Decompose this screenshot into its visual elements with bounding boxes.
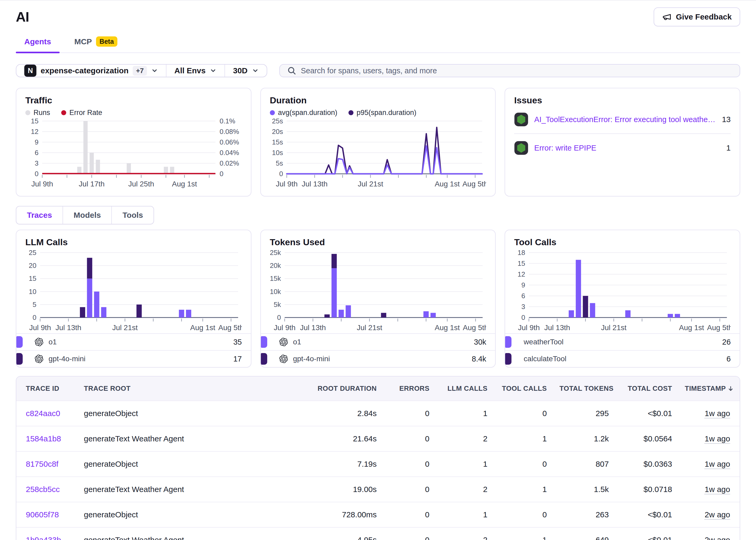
trace-id-link[interactable]: c824aac0 (26, 409, 60, 418)
series-swatch (16, 353, 23, 365)
series-total-row[interactable]: o130k (261, 333, 495, 350)
table-row[interactable]: 258cb5ccgenerateText Weather Agent19.00s… (16, 477, 740, 502)
series-value: 26 (722, 338, 731, 346)
llm-calls-totals: o135gpt-4o-mini17 (25, 333, 242, 367)
tab-traces[interactable]: Traces (16, 206, 63, 224)
svg-text:0: 0 (35, 170, 39, 178)
trace-id-link[interactable]: 81750c8f (26, 460, 58, 468)
trace-root-cell: generateObject (77, 452, 293, 477)
tool-calls-cell: 1 (494, 477, 553, 502)
tokens-used-card: Tokens Used 05k10k15k20k25kJul 9thJul 13… (260, 230, 496, 367)
tool-calls-cell: 1 (494, 426, 553, 452)
svg-text:Aug 1st: Aug 1st (190, 324, 215, 332)
page-title: AI (16, 7, 29, 25)
openai-icon (279, 355, 288, 363)
table-row[interactable]: 1584a1b8generateText Weather Agent21.64s… (16, 426, 740, 452)
col-total-tokens[interactable]: TOTAL TOKENS (553, 376, 615, 401)
svg-text:Jul 17th: Jul 17th (79, 180, 105, 188)
trace-root-cell: generateObject (77, 502, 293, 527)
tokens-used-chart: 05k10k15k20k25kJul 9thJul 13thJul 21stAu… (270, 249, 486, 333)
legend-item-runs[interactable]: Runs (25, 109, 50, 117)
search-icon (287, 66, 296, 75)
traces-table-card: TRACE ID TRACE ROOT ROOT DURATION ERRORS… (16, 376, 740, 540)
series-total-row[interactable]: calculateTool6 (505, 350, 740, 367)
traces-table: TRACE ID TRACE ROOT ROOT DURATION ERRORS… (16, 376, 740, 540)
trace-id-link[interactable]: 90605f78 (26, 510, 59, 519)
col-errors[interactable]: ERRORS (383, 376, 436, 401)
col-tool-calls[interactable]: TOOL CALLS (494, 376, 553, 401)
trace-id-link[interactable]: 1584a1b8 (26, 434, 61, 443)
series-swatch (261, 353, 267, 365)
series-total-row[interactable]: o135 (16, 333, 251, 350)
col-trace-id[interactable]: TRACE ID (16, 376, 77, 401)
tool-calls-card: Tool Calls 0369121518Jul 9thJul 13thJul … (505, 230, 740, 367)
duration-title: Duration (270, 95, 486, 105)
table-row[interactable]: 81750c8fgenerateObject7.19s010807$0.0363… (16, 452, 740, 477)
tab-agents-label: Agents (24, 37, 51, 46)
tool-calls-cell: 0 (494, 401, 553, 426)
duration-card: Duration avg(span.duration) p95(span.dur… (260, 88, 496, 197)
table-row[interactable]: 1b9a433bgenerateText Weather Agent4.95s0… (16, 527, 740, 540)
legend-item-error-rate[interactable]: Error Rate (61, 109, 102, 117)
svg-text:5s: 5s (276, 159, 283, 167)
tab-tools[interactable]: Tools (111, 206, 154, 224)
col-total-cost[interactable]: TOTAL COST (615, 376, 679, 401)
col-timestamp[interactable]: TIMESTAMP (679, 376, 740, 401)
feedback-label: Give Feedback (676, 12, 732, 21)
legend-item-avg-duration[interactable]: avg(span.duration) (270, 109, 337, 117)
trace-root-cell: generateObject (77, 401, 293, 426)
legend-item-p95-duration[interactable]: p95(span.duration) (349, 109, 416, 117)
svg-text:5k: 5k (273, 301, 281, 309)
svg-text:6: 6 (35, 149, 39, 157)
date-range-dropdown[interactable]: 30D (225, 65, 266, 77)
series-swatch (505, 353, 512, 365)
tab-agents[interactable]: Agents (16, 33, 60, 53)
issue-link[interactable]: AI_ToolExecutionError: Error executing t… (534, 115, 716, 124)
errors-cell: 0 (383, 502, 436, 527)
issue-link[interactable]: Error: write EPIPE (534, 144, 720, 152)
svg-text:12: 12 (31, 128, 39, 136)
timestamp: 1w ago (704, 460, 730, 468)
tab-models[interactable]: Models (63, 206, 111, 224)
total-tokens-cell: 649 (553, 527, 615, 540)
series-total-row[interactable]: weatherTool26 (505, 333, 740, 350)
tool-calls-title: Tool Calls (514, 237, 731, 247)
issues-list: AI_ToolExecutionError: Error executing t… (514, 105, 731, 162)
env-filter-dropdown[interactable]: All Envs (166, 65, 225, 77)
date-range-label: 30D (233, 66, 247, 75)
col-root-duration[interactable]: ROOT DURATION (293, 376, 383, 401)
svg-text:25k: 25k (270, 249, 281, 257)
table-header: TRACE ID TRACE ROOT ROOT DURATION ERRORS… (16, 376, 740, 401)
tab-mcp[interactable]: MCP Beta (66, 33, 126, 53)
svg-text:0.1%: 0.1% (220, 118, 235, 125)
root-duration-cell: 2.84s (293, 401, 383, 426)
svg-text:Jul 21st: Jul 21st (112, 324, 138, 332)
project-filter-dropdown[interactable]: N expense-categorization +7 (16, 65, 166, 77)
legend-runs-label: Runs (34, 109, 50, 117)
svg-text:0.02%: 0.02% (220, 159, 239, 167)
duration-chart: 05s10s15s20s25sJul 9thJul 13thJul 21stAu… (270, 118, 486, 189)
give-feedback-button[interactable]: Give Feedback (654, 7, 740, 26)
issues-card: Issues AI_ToolExecutionError: Error exec… (505, 88, 740, 197)
table-row[interactable]: c824aac0generateObject2.84s010295<$0.011… (16, 401, 740, 426)
issue-row[interactable]: Error: write EPIPE1 (514, 133, 731, 162)
series-label: weatherTool (524, 338, 563, 346)
total-tokens-cell: 807 (553, 452, 615, 477)
search-input[interactable] (301, 67, 732, 75)
trace-id-link[interactable]: 258cb5cc (26, 485, 60, 493)
svg-text:0.04%: 0.04% (220, 149, 239, 157)
project-filter-label: expense-categorization (41, 66, 128, 75)
col-trace-root[interactable]: TRACE ROOT (77, 376, 293, 401)
svg-text:20k: 20k (270, 262, 281, 269)
overview-cards: Traffic Runs Error Rate 0030.02%60.04%90… (16, 88, 740, 197)
table-row[interactable]: 90605f78generateObject728.00ms010263<$0.… (16, 502, 740, 527)
trace-id-link[interactable]: 1b9a433b (26, 536, 61, 540)
traffic-title: Traffic (25, 95, 242, 105)
svg-text:10k: 10k (270, 288, 281, 296)
series-value: 6 (726, 355, 731, 363)
series-total-row[interactable]: gpt-4o-mini8.4k (261, 350, 495, 367)
issue-row[interactable]: AI_ToolExecutionError: Error executing t… (514, 105, 731, 133)
series-total-row[interactable]: gpt-4o-mini17 (16, 350, 251, 367)
svg-text:10s: 10s (272, 149, 283, 157)
col-llm-calls[interactable]: LLM CALLS (436, 376, 494, 401)
